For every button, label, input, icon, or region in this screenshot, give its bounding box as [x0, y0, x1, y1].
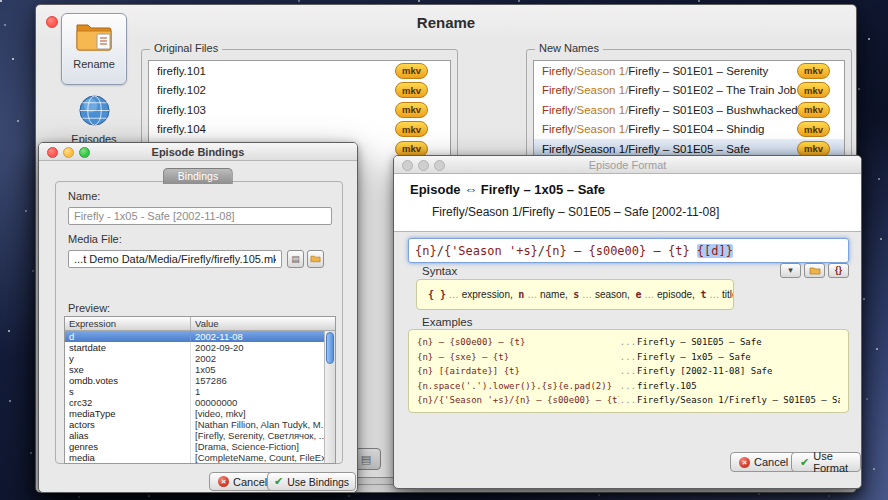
new-name-row[interactable]: Firefly/Season 1/Firefly – S01E02 – The … — [534, 81, 844, 101]
file-name: firefly.101 — [157, 65, 395, 77]
preview-table-row[interactable]: sxe1x05 — [65, 364, 335, 375]
episode-file-name: Firefly – S01E01 – Serenity — [628, 65, 768, 77]
example-row[interactable]: {n} – {s00e00} – {t}...Firefly – S01E05 … — [417, 335, 840, 350]
tab-bindings[interactable]: Bindings — [163, 168, 233, 184]
zoom-button[interactable] — [79, 147, 90, 158]
example-row[interactable]: {n}/{'Season '+s}/{n} – {s00e00} – {t}..… — [417, 393, 840, 408]
close-button[interactable] — [47, 147, 58, 158]
season-folder: Season 1 — [577, 84, 626, 96]
example-result: Firefly – 1x05 – Safe — [637, 350, 751, 365]
new-name-text: Firefly/Season 1/Firefly – S01E05 – Safe — [542, 143, 797, 155]
file-row[interactable]: firefly.104mkv — [149, 120, 450, 140]
cancel-button[interactable]: × Cancel — [730, 452, 797, 472]
name-field[interactable] — [68, 207, 332, 225]
expression-cell: y — [65, 353, 191, 364]
expression-cell: crc32 — [65, 397, 191, 408]
expression-cell: genres — [65, 441, 191, 452]
expression-cell: media — [65, 452, 191, 463]
window-controls — [47, 147, 90, 158]
check-icon: ✔ — [800, 457, 809, 468]
preview-table-row[interactable]: alias[Firefly, Serenity, Светлячок, ... — [65, 430, 335, 441]
format-window-titlebar[interactable]: Episode Format — [394, 156, 861, 174]
new-name-row[interactable]: Firefly/Season 1/Firefly – S01E01 – Sere… — [534, 61, 844, 81]
minimize-button[interactable] — [63, 147, 74, 158]
value-cell: 2002-09-20 — [191, 342, 335, 353]
media-file-field[interactable] — [68, 250, 282, 268]
example-expression: {n} – {s00e00} – {t} — [417, 335, 619, 350]
episode-file-name: Firefly – S01E03 – Bushwhacked — [628, 104, 797, 116]
preview-table-row[interactable]: startdate2002-09-20 — [65, 342, 335, 353]
expression-cell: alias — [65, 430, 191, 441]
preview-table-row[interactable]: genres[Drama, Science-Fiction] — [65, 441, 335, 452]
scrollbar-thumb[interactable] — [326, 332, 334, 364]
braces-icon: {} — [835, 265, 842, 275]
window-title: Episode Format — [394, 156, 861, 174]
value-cell: 2002-11-08 — [191, 331, 335, 342]
example-row[interactable]: {n} [{airdate}] {t}...Firefly [2002-11-0… — [417, 364, 840, 379]
format-editor-button[interactable]: {} — [828, 263, 849, 278]
season-folder: Season 1 — [577, 65, 626, 77]
preview-table-row[interactable]: media[CompleteName, Count, FileEx... — [65, 452, 335, 463]
media-browse-button[interactable] — [307, 250, 324, 268]
expression-part: {'Season '+s} — [444, 244, 538, 258]
syntax-help-panel: { } … expression, n … name, s … season, … — [416, 279, 734, 310]
preview-table-row[interactable]: crc3200000000 — [65, 397, 335, 408]
extension-badge: mkv — [797, 63, 830, 79]
folder-icon — [310, 254, 321, 263]
preview-table-row[interactable]: actors[Nathan Fillion, Alan Tudyk, M... — [65, 419, 335, 430]
format-file-button[interactable] — [804, 263, 825, 278]
use-format-button[interactable]: ✔ Use Format — [791, 452, 861, 472]
file-row[interactable]: firefly.102mkv — [149, 81, 450, 101]
format-result-preview: Firefly/Season 1/Firefly – S01E05 – Safe… — [432, 205, 719, 219]
example-row[interactable]: {n.space('.').lower()}.{s}{e.pad(2)}...f… — [417, 379, 840, 394]
document-icon: ▤ — [361, 453, 371, 465]
syntax-label: Syntax — [422, 265, 457, 277]
example-result: Firefly – S01E05 – Safe — [637, 335, 762, 350]
media-info-button[interactable]: ▤ — [287, 250, 304, 268]
minimize-button[interactable] — [418, 160, 429, 171]
column-header-expression[interactable]: Expression — [65, 317, 191, 330]
episode-file-name: Firefly – S01E02 – The Train Job — [628, 84, 796, 96]
example-dots: ... — [619, 364, 637, 379]
expression-cell: actors — [65, 419, 191, 430]
button-label: Use Bindings — [287, 476, 349, 488]
check-icon: ✔ — [274, 476, 283, 487]
bindings-window-titlebar[interactable]: Episode Bindings — [39, 143, 357, 161]
preview-table-scrollbar[interactable] — [324, 331, 335, 463]
column-header-value[interactable]: Value — [191, 317, 335, 330]
folder-icon — [809, 266, 821, 275]
new-name-text: Firefly/Season 1/Firefly – S01E01 – Sere… — [542, 65, 797, 77]
show-name: Firefly — [542, 123, 573, 135]
season-folder: Season 1 — [577, 123, 626, 135]
preview-label: Preview: — [68, 302, 110, 314]
expression-part: / — [538, 244, 545, 258]
new-name-row[interactable]: Firefly/Season 1/Firefly – S01E04 – Shin… — [534, 120, 844, 140]
syntax-dots: … — [446, 289, 462, 300]
show-name: Firefly — [542, 65, 573, 77]
value-cell: 00000000 — [191, 397, 335, 408]
file-row[interactable]: firefly.103mkv — [149, 100, 450, 120]
value-cell: [CompleteName, Count, FileEx... — [191, 452, 335, 463]
example-row[interactable]: {n} – {sxe} – {t}...Firefly – 1x05 – Saf… — [417, 350, 840, 365]
value-cell: [Nathan Fillion, Alan Tudyk, M... — [191, 419, 335, 430]
format-expression-input[interactable]: {n}/{'Season '+s}/{n} – {s00e00} – {t} {… — [408, 238, 849, 263]
new-name-row[interactable]: Firefly/Season 1/Firefly – S01E03 – Bush… — [534, 100, 844, 120]
group-title: Original Files — [150, 42, 222, 54]
format-history-button[interactable]: ▾ — [780, 263, 801, 278]
zoom-button[interactable] — [434, 160, 445, 171]
bindings-panel: Name: Media File: ▤ Preview: Expression … — [55, 181, 343, 464]
preview-table-row[interactable]: omdb.votes157286 — [65, 375, 335, 386]
sidebar-item-rename[interactable]: Rename — [61, 13, 127, 85]
close-button[interactable] — [402, 160, 413, 171]
preview-table-row[interactable]: y2002 — [65, 353, 335, 364]
example-dots: ... — [619, 335, 637, 350]
rename-folder-icon — [75, 19, 113, 52]
expression-part: – — [646, 244, 668, 258]
sidebar-item-episodes[interactable]: Episodes — [61, 89, 127, 149]
preview-table-row[interactable]: mediaType[video, mkv] — [65, 408, 335, 419]
use-bindings-button[interactable]: ✔ Use Bindings — [267, 472, 356, 491]
preview-table-row[interactable]: d2002-11-08 — [65, 331, 335, 342]
file-row[interactable]: firefly.101mkv — [149, 61, 450, 81]
preview-table-row[interactable]: s1 — [65, 386, 335, 397]
example-expression: {n} – {sxe} – {t} — [417, 350, 619, 365]
